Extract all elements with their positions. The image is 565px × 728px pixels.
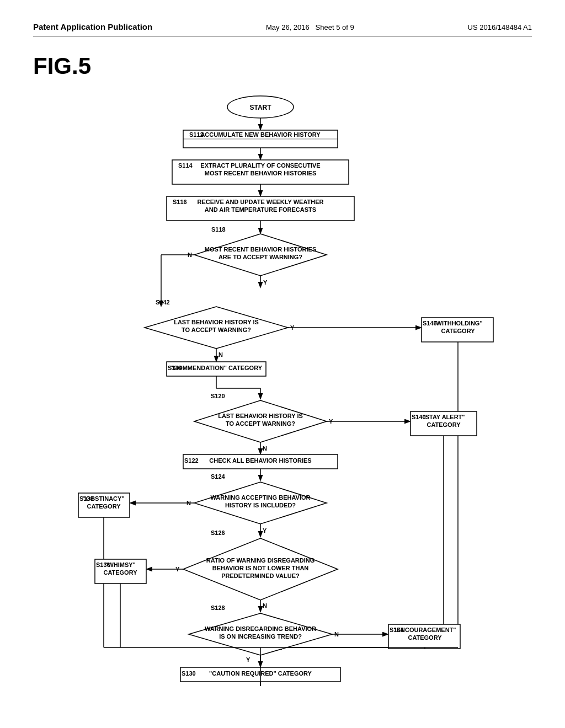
svg-text:CATEGORY: CATEGORY [427, 421, 461, 428]
header-patent: US 2016/148484 A1 [468, 23, 532, 31]
svg-text:WARNING DISREGARDING BEHAVIOR: WARNING DISREGARDING BEHAVIOR [205, 625, 316, 632]
svg-text:RATIO OF WARNING DISREGARDING: RATIO OF WARNING DISREGARDING [206, 557, 315, 564]
svg-text:S126: S126 [211, 529, 225, 536]
figure-label: FIG.5 [33, 53, 532, 79]
svg-text:AND AIR TEMPERATURE FORECASTS: AND AIR TEMPERATURE FORECASTS [205, 206, 316, 213]
start-label: START [249, 104, 271, 111]
svg-text:HISTORY IS INCLUDED?: HISTORY IS INCLUDED? [225, 502, 296, 508]
svg-text:S124: S124 [211, 473, 226, 480]
page-header: Patent Application Publication May 26, 2… [33, 22, 532, 36]
svg-text:S116: S116 [173, 199, 187, 205]
svg-text:IS ON INCREASING TREND?: IS ON INCREASING TREND? [219, 633, 302, 640]
svg-text:TO ACCEPT WARNING?: TO ACCEPT WARNING? [182, 326, 251, 333]
svg-text:Y: Y [263, 527, 267, 534]
svg-text:Y: Y [263, 279, 268, 286]
svg-text:PREDETERMINED VALUE?: PREDETERMINED VALUE? [221, 572, 300, 579]
svg-text:N: N [263, 602, 267, 609]
svg-text:"OBSTINACY": "OBSTINACY" [83, 495, 124, 502]
svg-text:CATEGORY: CATEGORY [103, 569, 137, 576]
flowchart-svg: START S112 ACCUMULATE NEW BEHAVIOR HISTO… [45, 90, 520, 686]
svg-text:CATEGORY: CATEGORY [87, 503, 121, 510]
page: Patent Application Publication May 26, 2… [0, 0, 565, 728]
svg-text:ACCUMULATE NEW BEHAVIOR HISTOR: ACCUMULATE NEW BEHAVIOR HISTORY [200, 131, 321, 138]
svg-text:S128: S128 [211, 604, 225, 611]
svg-text:"WHIMSY": "WHIMSY" [105, 561, 136, 568]
svg-text:S120: S120 [211, 393, 225, 399]
svg-text:Y: Y [246, 656, 250, 663]
svg-text:S130: S130 [182, 670, 196, 677]
svg-text:"WITHHOLDING": "WITHHOLDING" [433, 320, 482, 326]
svg-text:MOST RECENT BEHAVIOR HISTORIES: MOST RECENT BEHAVIOR HISTORIES [205, 170, 317, 176]
svg-text:ARE TO ACCEPT WARNING?: ARE TO ACCEPT WARNING? [218, 254, 302, 260]
svg-text:S142: S142 [156, 299, 170, 306]
svg-text:TO ACCEPT WARNING?: TO ACCEPT WARNING? [226, 420, 295, 427]
svg-text:N: N [263, 445, 267, 452]
svg-text:S122: S122 [184, 457, 199, 464]
header-date: May 26, 2016 Sheet 5 of 9 [266, 23, 354, 31]
svg-text:WARNING ACCEPTING BEHAVIOR: WARNING ACCEPTING BEHAVIOR [211, 494, 311, 501]
svg-text:RECEIVE AND UPDATE WEEKLY WEAT: RECEIVE AND UPDATE WEEKLY WEATHER [198, 199, 324, 205]
svg-text:"ENCOURAGEMENT": "ENCOURAGEMENT" [393, 627, 456, 633]
svg-text:CATEGORY: CATEGORY [441, 328, 475, 334]
svg-text:"COMMENDATION" CATEGORY: "COMMENDATION" CATEGORY [170, 365, 263, 371]
svg-text:BEHAVIOR IS NOT LOWER THAN: BEHAVIOR IS NOT LOWER THAN [212, 565, 309, 571]
header-title: Patent Application Publication [33, 22, 152, 31]
svg-text:"STAY ALERT": "STAY ALERT" [422, 414, 465, 420]
svg-text:N: N [218, 351, 223, 358]
svg-text:LAST BEHAVIOR HISTORY IS: LAST BEHAVIOR HISTORY IS [218, 413, 303, 419]
svg-text:S114: S114 [178, 162, 193, 169]
svg-text:MOST RECENT BEHAVIOR HISTORIES: MOST RECENT BEHAVIOR HISTORIES [205, 246, 317, 253]
svg-text:CATEGORY: CATEGORY [408, 634, 442, 641]
svg-text:CHECK ALL BEHAVIOR HISTORIES: CHECK ALL BEHAVIOR HISTORIES [209, 457, 311, 464]
svg-text:LAST BEHAVIOR HISTORY IS: LAST BEHAVIOR HISTORY IS [174, 319, 259, 325]
svg-text:EXTRACT PLURALITY OF CONSECUTI: EXTRACT PLURALITY OF CONSECUTIVE [200, 162, 320, 169]
svg-text:S118: S118 [211, 226, 226, 233]
